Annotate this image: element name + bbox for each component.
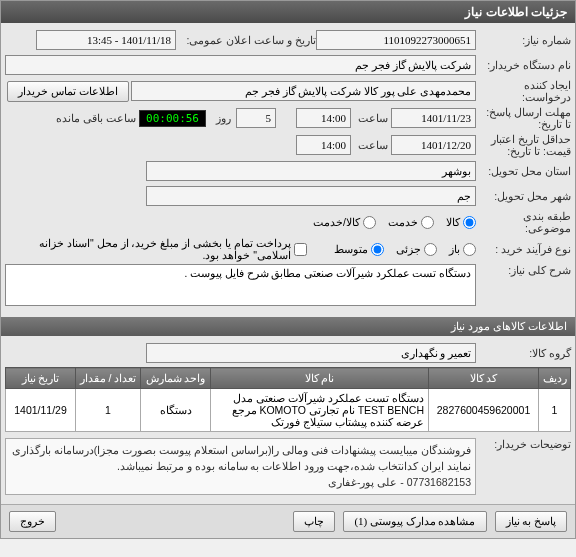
- print-button[interactable]: چاپ: [293, 511, 335, 532]
- cell-code: 2827600459620001: [429, 389, 539, 432]
- proc-limited-radio[interactable]: متوسط: [334, 243, 384, 256]
- seller-note-box: فروشندگان میبایست پیشنهادات فنی ومالی را…: [5, 438, 476, 495]
- announce-field[interactable]: [36, 30, 176, 50]
- requester-label: ایجاد کننده درخواست:: [476, 79, 571, 103]
- day-label: روز: [206, 112, 236, 124]
- close-button[interactable]: خروج: [9, 511, 56, 532]
- desc-label: شرح کلی نیاز:: [476, 264, 571, 276]
- th-idx: ردیف: [539, 368, 571, 389]
- validity-date-field[interactable]: [391, 135, 476, 155]
- buyer-org-label: نام دستگاه خریدار:: [476, 59, 571, 71]
- payment-checkbox[interactable]: پرداخت تمام یا بخشی از مبلغ خرید، از محل…: [5, 237, 307, 261]
- details-panel: جزئیات اطلاعات نیاز شماره نیاز: تاریخ و …: [0, 0, 576, 539]
- process-label: نوع فرآیند خرید :: [476, 243, 571, 255]
- time-label-1: ساعت: [351, 112, 391, 124]
- group-field[interactable]: [146, 343, 476, 363]
- deadline-date-field[interactable]: [391, 108, 476, 128]
- province-label: استان محل تحویل:: [476, 165, 571, 177]
- category-radio-group: کالا خدمت کالا/خدمت: [313, 216, 476, 229]
- cat-goods-radio[interactable]: کالا: [446, 216, 476, 229]
- province-field[interactable]: [146, 161, 476, 181]
- table-header-row: ردیف کد کالا نام کالا واحد شمارش تعداد /…: [6, 368, 571, 389]
- cell-idx: 1: [539, 389, 571, 432]
- items-area: گروه کالا: ردیف کد کالا نام کالا واحد شم…: [1, 336, 575, 504]
- cat-service-radio[interactable]: خدمت: [388, 216, 434, 229]
- th-name: نام کالا: [211, 368, 429, 389]
- announce-label: تاریخ و ساعت اعلان عمومی:: [176, 34, 316, 46]
- desc-textarea[interactable]: [5, 264, 476, 306]
- days-field[interactable]: [236, 108, 276, 128]
- th-qty: تعداد / مقدار: [76, 368, 141, 389]
- cat-mixed-radio[interactable]: کالا/خدمت: [313, 216, 376, 229]
- group-label: گروه کالا:: [476, 347, 571, 359]
- th-unit: واحد شمارش: [141, 368, 211, 389]
- city-field[interactable]: [146, 186, 476, 206]
- th-code: کد کالا: [429, 368, 539, 389]
- contact-buyer-button[interactable]: اطلاعات تماس خریدار: [7, 81, 129, 102]
- reply-button[interactable]: پاسخ به نیاز: [495, 511, 568, 532]
- seller-note-label: توضیحات خریدار:: [476, 438, 571, 450]
- process-radio-group: باز جزئی متوسط پرداخت تمام یا بخشی از مب…: [5, 237, 476, 261]
- requester-field[interactable]: [131, 81, 477, 101]
- countdown-timer: 00:00:56: [139, 110, 206, 127]
- time-label-2: ساعت: [351, 139, 391, 151]
- city-label: شهر محل تحویل:: [476, 190, 571, 202]
- validity-label: حداقل تاریخ اعتبار قیمت: تا تاریخ:: [476, 133, 571, 157]
- cell-name: دستگاه تست عملکرد شیرآلات صنعتی مدل TEST…: [211, 389, 429, 432]
- deadline-time-field[interactable]: [296, 108, 351, 128]
- cell-qty: 1: [76, 389, 141, 432]
- deadline-label: مهلت ارسال پاسخ: تا تاریخ:: [476, 106, 571, 130]
- validity-time-field[interactable]: [296, 135, 351, 155]
- footer-buttons: پاسخ به نیاز مشاهده مدارک پیوستی (1) چاپ…: [1, 504, 575, 538]
- cell-unit: دستگاه: [141, 389, 211, 432]
- th-date: تاریخ نیاز: [6, 368, 76, 389]
- category-label: طبقه بندی موضوعی:: [476, 210, 571, 234]
- proc-partial-radio[interactable]: جزئی: [396, 243, 437, 256]
- panel-title: جزئیات اطلاعات نیاز: [1, 1, 575, 23]
- need-no-field[interactable]: [316, 30, 476, 50]
- form-area: شماره نیاز: تاریخ و ساعت اعلان عمومی: نا…: [1, 23, 575, 315]
- buyer-org-field[interactable]: [5, 55, 476, 75]
- remain-label: ساعت باقی مانده: [49, 112, 139, 124]
- items-section-header: اطلاعات کالاهای مورد نیاز: [1, 317, 575, 336]
- proc-open-radio[interactable]: باز: [449, 243, 476, 256]
- table-row[interactable]: 1 2827600459620001 دستگاه تست عملکرد شیر…: [6, 389, 571, 432]
- items-table: ردیف کد کالا نام کالا واحد شمارش تعداد /…: [5, 367, 571, 432]
- need-no-label: شماره نیاز:: [476, 34, 571, 46]
- attachments-button[interactable]: مشاهده مدارک پیوستی (1): [343, 511, 486, 532]
- cell-date: 1401/11/29: [6, 389, 76, 432]
